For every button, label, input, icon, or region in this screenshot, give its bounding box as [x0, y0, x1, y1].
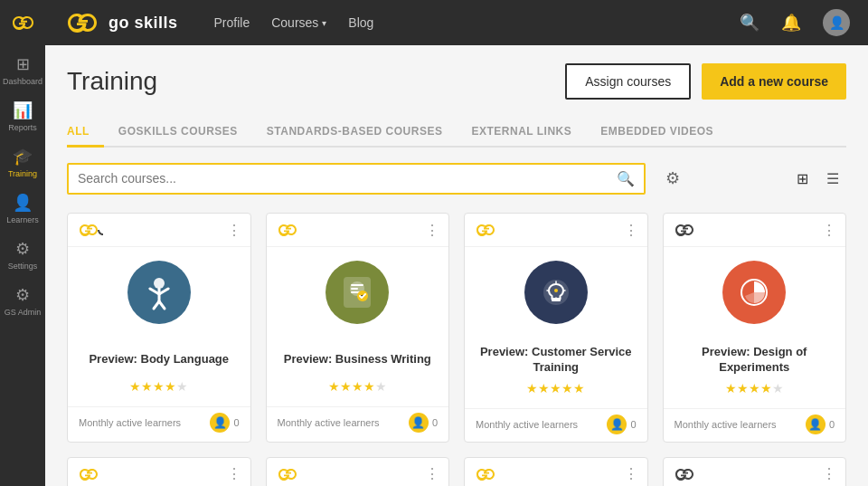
card-header-5: ⋮	[68, 458, 250, 486]
card-logo-4	[673, 221, 702, 239]
course-title-4: Preview: Design of Experiments	[675, 345, 835, 376]
card-image-2	[267, 247, 449, 338]
main-wrapper: go skills Profile Courses ▾ Blog 🔍 🔔 👤 T…	[45, 0, 868, 486]
learner-num-1: 0	[233, 417, 239, 428]
card-menu-3[interactable]: ⋮	[624, 222, 638, 239]
sidebar-item-settings[interactable]: ⚙ Settings	[0, 230, 45, 276]
course-card-4[interactable]: ⋮ Preview: Design of Experiments ★★★	[663, 213, 847, 443]
monthly-label-3: Monthly active learners	[476, 419, 578, 430]
tab-all[interactable]: ALL	[67, 118, 104, 148]
sidebar-item-label: Settings	[8, 262, 38, 271]
stars-1: ★★★★★	[79, 379, 240, 394]
card-body-2: Preview: Business Writing ★★★★★	[267, 338, 449, 406]
topnav-blog[interactable]: Blog	[348, 15, 373, 30]
list-icon: ☰	[826, 170, 839, 187]
sidebar-item-dashboard[interactable]: ⊞ Dashboard	[0, 45, 45, 91]
card-footer-1: Monthly active learners 👤 0	[68, 406, 250, 440]
card-header-8: ⋮	[664, 458, 846, 486]
course-title-3: Preview: Customer Service Training	[476, 345, 637, 376]
list-view-button[interactable]: ☰	[819, 165, 846, 192]
svg-line-5	[159, 301, 165, 309]
tab-embedded[interactable]: EMBEDDED VIDEOS	[586, 118, 728, 148]
learner-icon-3: 👤	[607, 415, 627, 434]
learner-num-4: 0	[829, 419, 835, 430]
sidebar-item-label: Learners	[6, 215, 39, 224]
tabs-bar: ALL GOSKILLS COURSES STANDARDS-BASED COU…	[67, 118, 846, 148]
card-menu-1[interactable]: ⋮	[227, 222, 241, 239]
course-icon-2	[326, 261, 389, 324]
sidebar-item-training[interactable]: 🎓 Training	[0, 138, 45, 184]
stars-4: ★★★★★	[675, 381, 835, 395]
card-logo-5	[77, 465, 106, 483]
brand-name: go skills	[108, 14, 178, 33]
training-icon: 🎓	[13, 147, 33, 167]
stars-3: ★★★★★	[476, 381, 637, 395]
courses-dropdown-icon: ▾	[322, 18, 326, 28]
card-menu-7[interactable]: ⋮	[624, 465, 638, 482]
card-image-1	[68, 247, 250, 338]
view-toggle: ⊞ ☰	[788, 165, 846, 192]
search-icon[interactable]: 🔍	[740, 13, 760, 33]
learner-count-3: 👤 0	[607, 415, 636, 434]
sidebar-item-learners[interactable]: 👤 Learners	[0, 184, 45, 230]
card-header-3: ⋮	[465, 214, 647, 247]
card-header-7: ⋮	[465, 458, 647, 486]
topnav-profile[interactable]: Profile	[214, 15, 250, 30]
card-menu-8[interactable]: ⋮	[822, 465, 836, 482]
course-card-6[interactable]: ⋮	[266, 457, 450, 486]
sidebar-item-reports[interactable]: 📊 Reports	[0, 91, 45, 138]
course-icon-4	[722, 261, 786, 324]
card-menu-4[interactable]: ⋮	[822, 222, 836, 239]
tab-goskills[interactable]: GOSKILLS COURSES	[104, 118, 252, 148]
card-header-6: ⋮	[267, 458, 449, 486]
search-magnifier-icon: 🔍	[617, 170, 635, 187]
sidebar-logo	[0, 0, 45, 45]
avatar[interactable]: 👤	[823, 9, 850, 36]
monthly-label-2: Monthly active learners	[278, 417, 380, 428]
learner-count-4: 👤 0	[806, 415, 835, 434]
reports-icon: 📊	[13, 100, 33, 120]
add-course-button[interactable]: Add a new course	[702, 63, 846, 100]
course-title-1: Preview: Body Language	[79, 345, 240, 374]
tab-external[interactable]: EXTERNAL LINKS	[457, 118, 586, 148]
bell-icon[interactable]: 🔔	[781, 13, 801, 33]
sidebar-item-label: Dashboard	[3, 77, 42, 86]
topnav-courses[interactable]: Courses ▾	[271, 15, 326, 30]
card-logo-6	[276, 465, 305, 483]
sidebar-item-gs-admin[interactable]: ⚙ GS Admin	[0, 276, 45, 322]
search-row: 🔍 ⚙ ⊞ ☰	[67, 162, 846, 195]
grid-view-button[interactable]: ⊞	[788, 165, 816, 192]
page-header: Training Assign courses Add a new course	[67, 63, 846, 100]
tab-standards[interactable]: STANDARDS-BASED COURSES	[252, 118, 458, 148]
filter-gear-button[interactable]: ⚙	[656, 162, 689, 195]
card-body-4: Preview: Design of Experiments ★★★★★	[664, 338, 846, 408]
assign-courses-button[interactable]: Assign courses	[565, 63, 691, 100]
course-card-7[interactable]: ⋮	[464, 457, 648, 486]
courses-grid: ⋮ P	[67, 213, 846, 486]
course-card-8[interactable]: ⋮	[663, 457, 847, 486]
card-header-2: ⋮	[267, 214, 449, 247]
card-menu-5[interactable]: ⋮	[227, 465, 241, 482]
course-card-3[interactable]: ⋮ Preview: Customer Service Tra	[464, 213, 648, 443]
card-menu-6[interactable]: ⋮	[425, 465, 439, 482]
avatar-icon: 👤	[829, 15, 844, 30]
svg-point-11	[554, 289, 558, 292]
learner-num-3: 0	[630, 419, 636, 430]
sidebar-item-label: Training	[8, 169, 37, 178]
course-card-5[interactable]: ⋮	[67, 457, 251, 486]
course-card-2[interactable]: ⋮ Preview: Business Writing	[266, 213, 450, 443]
card-menu-2[interactable]: ⋮	[425, 222, 439, 239]
monthly-label-4: Monthly active learners	[675, 419, 777, 430]
learners-icon: 👤	[13, 193, 33, 213]
search-box[interactable]: 🔍	[67, 163, 646, 195]
gs-admin-icon: ⚙	[15, 285, 30, 305]
topnav-logo: go skills	[63, 11, 178, 34]
card-image-4	[664, 247, 846, 338]
learner-icon-4: 👤	[806, 415, 826, 434]
topnav: go skills Profile Courses ▾ Blog 🔍 🔔 👤	[45, 0, 868, 45]
card-body-1: Preview: Body Language ★★★★★	[68, 338, 250, 406]
search-input[interactable]	[78, 171, 617, 186]
course-card-1[interactable]: ⋮ P	[67, 213, 251, 443]
header-buttons: Assign courses Add a new course	[565, 63, 846, 100]
stars-2: ★★★★★	[278, 379, 439, 394]
